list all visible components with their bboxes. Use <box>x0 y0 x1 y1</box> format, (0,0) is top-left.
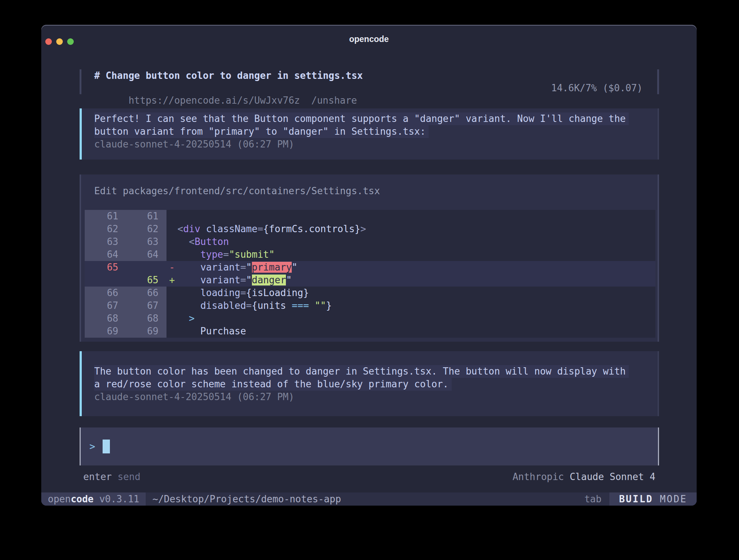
opencode-terminal-window: opencode # Change button color to danger… <box>41 25 697 506</box>
diff-marker <box>166 325 177 338</box>
line-number-gutter: 6969 <box>85 325 166 338</box>
line-number-old: 65 <box>85 261 118 274</box>
line-number-gutter: 6464 <box>85 248 166 261</box>
diff-marker <box>166 299 177 312</box>
assistant-message: Perfect! I can see that the Button compo… <box>80 108 659 160</box>
brand-code: code <box>71 494 94 505</box>
brand-open: open <box>48 494 71 505</box>
diff-row: 6363 <Button <box>85 235 655 248</box>
code-line: variant="primary" <box>177 261 655 274</box>
line-number-old: 63 <box>85 235 118 248</box>
line-number-gutter: 6262 <box>85 223 166 235</box>
diff-table: 61616262<div className={formCs.controls}… <box>85 210 655 338</box>
message-model-timestamp: claude-sonnet-4-20250514 (06:27 PM) <box>94 391 294 403</box>
message-text-line: The button color has been changed to dan… <box>94 365 629 378</box>
app-version: v0.3.11 <box>93 494 139 505</box>
provider-gap <box>564 471 570 482</box>
diff-marker <box>166 235 177 248</box>
code-line: disabled={units === ""} <box>177 299 655 312</box>
send-action-label: send <box>118 471 141 482</box>
line-number-new: 65 <box>118 274 158 287</box>
tab-key-hint[interactable]: tab <box>584 492 601 506</box>
message-model-timestamp: claude-sonnet-4-20250514 (06:27 PM) <box>94 138 294 151</box>
diff-row: 6969 Purchase <box>85 325 655 338</box>
edit-tool-card: Edit packages/frontend/src/containers/Se… <box>80 174 659 342</box>
code-line: loading={isLoading} <box>177 287 655 299</box>
line-number-gutter: 65 <box>85 274 166 287</box>
assistant-message: The button color has been changed to dan… <box>80 351 659 416</box>
code-line: <Button <box>177 235 655 248</box>
message-text-line: button variant from "primary" to "danger… <box>94 125 429 138</box>
statusbar-spacer <box>341 492 584 506</box>
header-right-divider <box>657 69 659 94</box>
app-version-chip: opencode v0.3.11 <box>41 492 146 506</box>
diff-marker: - <box>166 261 177 274</box>
diff-marker <box>166 287 177 299</box>
model-name: Claude Sonnet 4 <box>570 471 655 482</box>
send-action-hint <box>112 471 118 482</box>
line-number-gutter: 65 <box>85 261 166 274</box>
code-line: type="submit" <box>177 248 655 261</box>
session-title: # Change button color to danger in setti… <box>94 69 363 82</box>
edit-file-path: Edit packages/frontend/src/containers/Se… <box>94 185 380 196</box>
diff-marker <box>166 312 177 325</box>
session-header: # Change button color to danger in setti… <box>80 69 659 94</box>
prompt-input[interactable]: > <box>80 427 659 465</box>
line-number-new: 66 <box>118 287 158 299</box>
line-number-gutter: 6666 <box>85 287 166 299</box>
line-number-old <box>85 274 118 287</box>
line-number-old: 62 <box>85 223 118 235</box>
diff-row: 6161 <box>85 210 655 223</box>
line-number-gutter: 6767 <box>85 299 166 312</box>
line-number-gutter: 6363 <box>85 235 166 248</box>
model-indicator: Anthropic Claude Sonnet 4 <box>513 471 655 483</box>
message-text-line: a red/rose color scheme instead of the b… <box>94 378 452 391</box>
diff-row: 6666 loading={isLoading} <box>85 287 655 299</box>
line-number-old: 66 <box>85 287 118 299</box>
code-line <box>177 210 655 223</box>
code-line: <div className={formCs.controls}> <box>177 223 655 235</box>
line-number-new: 68 <box>118 312 158 325</box>
line-number-new <box>118 261 158 274</box>
unshare-command: /unshare <box>311 95 357 106</box>
header-left-divider <box>80 69 81 94</box>
line-number-new: 69 <box>118 325 158 338</box>
line-number-old: 68 <box>85 312 118 325</box>
text-cursor <box>103 440 110 453</box>
line-number-gutter: 6161 <box>85 210 166 223</box>
diff-marker <box>166 248 177 261</box>
mode-mode-label: MODE <box>653 494 687 505</box>
mode-build-label: BUILD <box>619 494 653 505</box>
line-number-old: 61 <box>85 210 118 223</box>
share-url-link[interactable]: https://opencode.ai/s/UwJxv76z <box>129 95 300 106</box>
working-directory: ~/Desktop/Projects/demo-notes-app <box>152 492 341 506</box>
line-number-old: 69 <box>85 325 118 338</box>
code-line: variant="danger" <box>177 274 655 287</box>
code-line: Purchase <box>177 325 655 338</box>
line-number-old: 67 <box>85 299 118 312</box>
line-number-new: 62 <box>118 223 158 235</box>
message-text-line: Perfect! I can see that the Button compo… <box>94 112 629 125</box>
enter-key-hint: enter <box>83 471 112 482</box>
diff-row: 65+ variant="danger" <box>85 274 655 287</box>
diff-row: 6868 > <box>85 312 655 325</box>
line-number-old: 64 <box>85 248 118 261</box>
diff-row: 6262<div className={formCs.controls}> <box>85 223 655 235</box>
hints-row: enter send Anthropic Claude Sonnet 4 <box>83 471 655 483</box>
diff-row: 65- variant="primary" <box>85 261 655 274</box>
status-bar: opencode v0.3.11 ~/Desktop/Projects/demo… <box>41 492 697 506</box>
line-number-new: 63 <box>118 235 158 248</box>
diff-row: 6464 type="submit" <box>85 248 655 261</box>
diff-marker: + <box>166 274 177 287</box>
prompt-chevron: > <box>89 440 95 453</box>
diff-marker <box>166 210 177 223</box>
line-number-new: 64 <box>118 248 158 261</box>
token-usage-cost: 14.6K/7% ($0.07) <box>551 82 643 94</box>
window-title: opencode <box>41 34 697 44</box>
provider-name: Anthropic <box>513 471 564 482</box>
line-number-new: 67 <box>118 299 158 312</box>
mode-chip[interactable]: BUILD MODE <box>609 492 697 506</box>
diff-marker <box>166 223 177 235</box>
line-number-new: 61 <box>118 210 158 223</box>
diff-row: 6767 disabled={units === ""} <box>85 299 655 312</box>
